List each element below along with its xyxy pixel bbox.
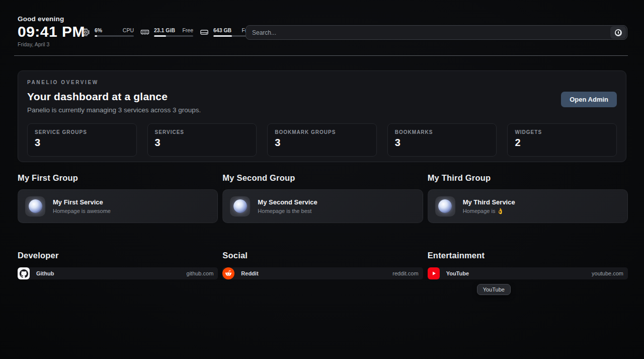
- greeting-text: Good evening: [18, 15, 627, 23]
- youtube-tooltip-chip: YouTube: [477, 284, 511, 295]
- globe-icon: [438, 199, 452, 213]
- bookmark-col-entertainment: Entertainment YouTube youtube.com YouTub…: [428, 251, 628, 279]
- overview-subtitle: Panelio is currently managing 3 services…: [27, 106, 201, 114]
- date-text: Friday, April 3: [18, 41, 627, 47]
- bookmark-url: reddit.com: [392, 270, 423, 276]
- system-stats: 6% CPU: [81, 27, 253, 37]
- cpu-icon: [81, 28, 90, 37]
- service-card-my-third-service[interactable]: My Third Service Homepage is 👌: [428, 189, 628, 223]
- search-engine-button[interactable]: [610, 26, 626, 39]
- stat-card-services: SERVICES 3: [147, 123, 257, 157]
- group-col-second: My Second Group My Second Service Homepa…: [222, 173, 423, 223]
- stat-card-bookmarks: BOOKMARKS 3: [387, 123, 497, 157]
- bookmark-col-developer: Developer Github github.com: [18, 251, 218, 279]
- bookmark-label: Github: [36, 270, 54, 276]
- github-icon: [18, 267, 30, 279]
- search-bar: [246, 25, 627, 40]
- disk-value: 643 GB: [213, 27, 231, 33]
- cpu-value: 6%: [95, 27, 102, 33]
- youtube-icon: [428, 267, 440, 279]
- service-title: My Third Service: [463, 198, 515, 206]
- group-col-third: My Third Group My Third Service Homepage…: [428, 173, 628, 223]
- globe-icon: [233, 199, 247, 213]
- service-description: Homepage is the best: [258, 208, 317, 214]
- stat-card-widgets: WIDGETS 2: [507, 123, 617, 157]
- header-divider: [14, 55, 628, 56]
- bookmark-label: YouTube: [446, 270, 469, 276]
- bookmark-url: github.com: [187, 270, 218, 276]
- overview-title: Your dashboard at a glance: [27, 91, 201, 103]
- disk-icon: [200, 28, 209, 37]
- overview-eyebrow: PANELIO OVERVIEW: [27, 80, 617, 85]
- bookmark-group-title: Developer: [18, 251, 218, 260]
- service-card-my-second-service[interactable]: My Second Service Homepage is the best: [222, 189, 423, 223]
- service-groups: My First Group My First Service Homepage…: [18, 173, 628, 223]
- stat-card-bookmark-groups: BOOKMARK GROUPS 3: [267, 123, 377, 157]
- service-card-my-first-service[interactable]: My First Service Homepage is awesome: [18, 189, 218, 223]
- group-title: My First Group: [18, 173, 218, 183]
- service-description: Homepage is awesome: [53, 208, 111, 214]
- memory-progress-bar: [154, 35, 193, 37]
- memory-stat: 23.1 GiB Free: [140, 27, 193, 37]
- bookmark-groups: Developer Github github.com Social: [18, 251, 628, 279]
- globe-icon: [29, 199, 42, 213]
- overview-panel: PANELIO OVERVIEW Your dashboard at a gla…: [18, 70, 626, 162]
- dashboard-page: Good evening 09:41 PM Friday, April 3 6%: [0, 0, 644, 359]
- bookmark-row-reddit[interactable]: Reddit reddit.com: [222, 267, 423, 279]
- bookmark-url: youtube.com: [592, 270, 628, 276]
- header: Good evening 09:41 PM Friday, April 3 6%: [18, 15, 627, 47]
- bookmark-row-youtube[interactable]: YouTube youtube.com: [428, 267, 628, 279]
- group-col-first: My First Group My First Service Homepage…: [18, 173, 218, 223]
- bookmark-col-social: Social: [222, 251, 423, 279]
- bookmark-group-title: Social: [222, 251, 423, 260]
- memory-icon: [140, 28, 149, 37]
- bookmark-label: Reddit: [241, 270, 258, 276]
- cpu-label: CPU: [123, 27, 134, 33]
- cpu-stat: 6% CPU: [81, 27, 134, 37]
- stat-card-service-groups: SERVICE GROUPS 3: [27, 123, 137, 157]
- bookmark-group-title: Entertainment: [428, 251, 628, 260]
- bookmark-row-github[interactable]: Github github.com: [18, 267, 218, 279]
- overview-stats: SERVICE GROUPS 3 SERVICES 3 BOOKMARK GRO…: [27, 123, 617, 157]
- disk-stat: 643 GB Free: [200, 27, 253, 37]
- memory-value: 23.1 GiB: [154, 27, 175, 33]
- service-description: Homepage is 👌: [463, 208, 515, 214]
- cpu-progress-bar: [95, 35, 134, 37]
- open-admin-button[interactable]: Open Admin: [561, 92, 617, 107]
- search-input[interactable]: [246, 26, 610, 39]
- service-title: My Second Service: [258, 198, 317, 206]
- group-title: My Third Group: [428, 173, 628, 183]
- group-title: My Second Group: [222, 173, 423, 183]
- service-title: My First Service: [53, 198, 111, 206]
- search-engine-icon: [615, 29, 622, 36]
- memory-label: Free: [182, 27, 193, 33]
- reddit-icon: [222, 267, 234, 279]
